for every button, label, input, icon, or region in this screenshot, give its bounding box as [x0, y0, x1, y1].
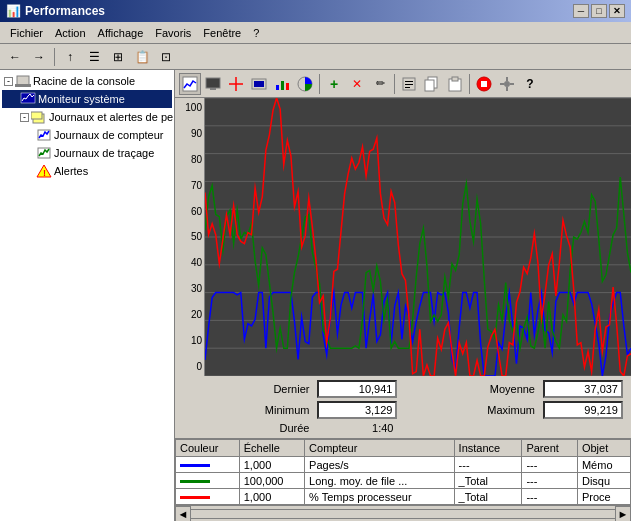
svg-rect-17 [281, 81, 284, 90]
maximum-value[interactable] [543, 401, 623, 419]
minimum-label: Minimum [183, 404, 309, 416]
tree-item-racine[interactable]: - Racine de la console [2, 72, 172, 90]
right-panel: + ✕ ✏ ? 100 90 [175, 70, 631, 521]
label-moniteur: Moniteur système [38, 93, 125, 105]
menu-bar: Fichier Action Affichage Favoris Fenêtre… [0, 22, 631, 44]
chart-sep2 [394, 74, 395, 94]
chart-btn-highlight[interactable]: ✏ [369, 73, 391, 95]
cell-parent: --- [522, 473, 578, 489]
cell-object: Mémo [577, 457, 630, 473]
minimize-button[interactable]: ─ [573, 4, 589, 18]
table-row[interactable]: 100,000Long. moy. de file ..._Total---Di… [176, 473, 631, 489]
toolbar-list[interactable]: ☰ [83, 47, 105, 67]
chart-btn-display[interactable] [248, 73, 270, 95]
cell-counter: Long. moy. de file ... [305, 473, 455, 489]
title-bar-controls[interactable]: ─ □ ✕ [573, 4, 625, 18]
label-racine: Racine de la console [33, 75, 135, 87]
scroll-left-btn[interactable]: ◄ [175, 506, 191, 522]
chart-btn-paste[interactable] [444, 73, 466, 95]
chart-btn-settings[interactable] [496, 73, 518, 95]
chart-btn-stop[interactable] [473, 73, 495, 95]
col-compteur: Compteur [305, 440, 455, 457]
menu-fichier[interactable]: Fichier [4, 25, 49, 41]
moyenne-value[interactable] [543, 380, 623, 398]
toolbar-up[interactable]: ↑ [59, 47, 81, 67]
svg-rect-33 [500, 83, 504, 85]
tree-item-moniteur[interactable]: Moniteur système [2, 90, 172, 108]
tree-item-journaux[interactable]: - Journaux et alertes de perfor... [2, 108, 172, 126]
y-label-40: 40 [177, 257, 202, 268]
cell-counter: % Temps processeur [305, 489, 455, 505]
svg-rect-34 [510, 83, 514, 85]
svg-rect-15 [254, 81, 264, 87]
y-label-10: 10 [177, 335, 202, 346]
tree-item-tracage[interactable]: Journaux de traçage [2, 144, 172, 162]
y-label-100: 100 [177, 102, 202, 113]
chart-btn-delete[interactable]: ✕ [346, 73, 368, 95]
expand-racine[interactable]: - [4, 77, 13, 86]
tree-item-alertes[interactable]: ! Alertes [2, 162, 172, 180]
col-couleur: Couleur [176, 440, 240, 457]
cell-counter: Pages/s [305, 457, 455, 473]
chart-toolbar: + ✕ ✏ ? [175, 70, 631, 98]
svg-rect-23 [405, 87, 410, 88]
chart-btn-chart3[interactable] [294, 73, 316, 95]
y-label-70: 70 [177, 180, 202, 191]
toolbar-paste[interactable]: ⊡ [155, 47, 177, 67]
menu-fenetre[interactable]: Fenêtre [197, 25, 247, 41]
label-journaux: Journaux et alertes de perfor... [49, 111, 175, 123]
scroll-right-btn[interactable]: ► [615, 506, 631, 522]
menu-action[interactable]: Action [49, 25, 92, 41]
col-objet: Objet [577, 440, 630, 457]
table-row[interactable]: 1,000% Temps processeur_Total---Proce [176, 489, 631, 505]
cell-instance: --- [454, 457, 522, 473]
svg-point-30 [504, 81, 510, 87]
menu-affichage[interactable]: Affichage [92, 25, 150, 41]
svg-rect-21 [405, 81, 413, 82]
chart-btn-add[interactable]: + [323, 73, 345, 95]
chart-btn-copy[interactable] [421, 73, 443, 95]
maximize-button[interactable]: □ [591, 4, 607, 18]
chart-btn-graph[interactable] [179, 73, 201, 95]
toolbar-sep1 [54, 48, 55, 66]
duree-label: Durée [183, 422, 309, 434]
chart-btn-monitor[interactable] [202, 73, 224, 95]
svg-rect-0 [17, 76, 29, 85]
app-title: Performances [25, 4, 105, 18]
cell-instance: _Total [454, 489, 522, 505]
app-icon: 📊 [6, 4, 21, 18]
y-label-90: 90 [177, 128, 202, 139]
toolbar-forward[interactable]: → [28, 47, 50, 67]
stats-panel: Dernier Moyenne Minimum Maximum Durée 1:… [175, 376, 631, 438]
tree-item-compteur[interactable]: Journaux de compteur [2, 126, 172, 144]
close-button[interactable]: ✕ [609, 4, 625, 18]
y-label-20: 20 [177, 309, 202, 320]
chart-btn-crosshair[interactable] [225, 73, 247, 95]
menu-help[interactable]: ? [247, 25, 265, 41]
expand-journaux[interactable]: - [20, 113, 29, 122]
table-row[interactable]: 1,000Pages/s------Mémo [176, 457, 631, 473]
chart-btn-chart2[interactable] [271, 73, 293, 95]
minimum-value[interactable] [317, 401, 397, 419]
cell-color [176, 489, 240, 505]
chart-btn-properties[interactable] [398, 73, 420, 95]
y-label-0: 0 [177, 361, 202, 372]
cell-scale: 1,000 [239, 457, 304, 473]
bottom-scrollbar: ◄ ► [175, 505, 631, 521]
toolbar-back[interactable]: ← [4, 47, 26, 67]
toolbar-copy[interactable]: 📋 [131, 47, 153, 67]
svg-rect-16 [276, 85, 279, 90]
dernier-value[interactable] [317, 380, 397, 398]
chart-btn-help[interactable]: ? [519, 73, 541, 95]
icon-tracage [36, 145, 52, 161]
col-echelle: Échelle [239, 440, 304, 457]
maximum-label: Maximum [405, 404, 535, 416]
cell-instance: _Total [454, 473, 522, 489]
icon-racine [15, 73, 31, 89]
scrollbar-track[interactable] [191, 509, 615, 519]
toolbar-grid[interactable]: ⊞ [107, 47, 129, 67]
menu-favoris[interactable]: Favoris [149, 25, 197, 41]
svg-rect-22 [405, 84, 413, 85]
main-toolbar: ← → ↑ ☰ ⊞ 📋 ⊡ [0, 44, 631, 70]
title-bar: 📊 Performances ─ □ ✕ [0, 0, 631, 22]
